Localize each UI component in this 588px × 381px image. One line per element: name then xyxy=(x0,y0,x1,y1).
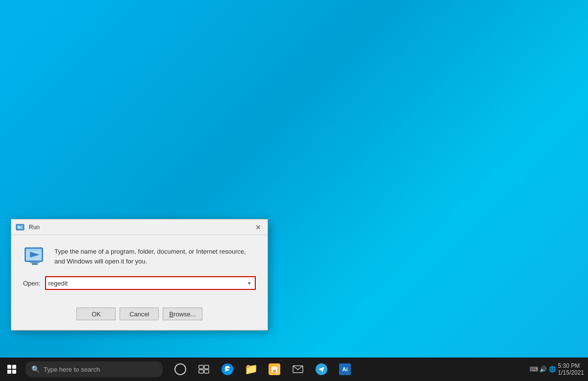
run-title-text: Run xyxy=(29,224,249,231)
svg-rect-10 xyxy=(204,365,209,369)
taskbar-icons: 📁 xyxy=(169,357,357,381)
svg-rect-5 xyxy=(26,249,42,251)
task-view-icon xyxy=(198,365,209,374)
start-button[interactable] xyxy=(0,357,24,381)
close-button[interactable]: ✕ xyxy=(253,222,264,233)
search-icon: 🔍 xyxy=(31,365,40,373)
tray-icons: ⌨ 🔊 🌐 xyxy=(530,366,556,373)
mail-button[interactable] xyxy=(286,357,310,381)
run-icon xyxy=(23,245,47,268)
system-tray: ⌨ 🔊 🌐 5:30 PM1/15/2021 xyxy=(530,362,588,376)
ease-button[interactable]: Ai xyxy=(333,357,357,381)
edge-icon xyxy=(221,363,233,375)
folder-icon: 📁 xyxy=(245,363,258,376)
telegram-icon xyxy=(316,363,327,375)
run-titlebar: Run ✕ xyxy=(11,219,268,235)
file-explorer-button[interactable]: 📁 xyxy=(239,357,263,381)
tray-time: 5:30 PM1/15/2021 xyxy=(558,362,584,376)
run-dialog: Run ✕ Type the name of a program, folder… xyxy=(11,219,268,331)
cortana-button[interactable] xyxy=(169,357,192,381)
taskbar-search[interactable]: 🔍 Type here to search xyxy=(25,361,163,377)
search-placeholder: Type here to search xyxy=(44,366,100,373)
svg-rect-7 xyxy=(30,262,40,263)
browse-b: B xyxy=(169,310,173,318)
run-description: Type the name of a program, folder, docu… xyxy=(54,245,256,266)
edge-button[interactable] xyxy=(216,357,239,381)
task-view-button[interactable] xyxy=(192,357,216,381)
svg-rect-8 xyxy=(32,263,38,265)
run-body: Type the name of a program, folder, docu… xyxy=(11,235,268,300)
run-info-row: Type the name of a program, folder, docu… xyxy=(23,245,256,268)
open-label: Open: xyxy=(23,280,40,287)
store-button[interactable] xyxy=(263,357,286,381)
run-input-wrapper[interactable]: ▾ xyxy=(45,276,256,290)
windows-logo-icon xyxy=(7,365,16,374)
dropdown-arrow-icon[interactable]: ▾ xyxy=(246,280,253,286)
svg-rect-14 xyxy=(273,370,276,373)
mail-icon xyxy=(293,365,303,373)
desktop: Run ✕ Type the name of a program, folder… xyxy=(0,0,588,381)
ease-label: Ai xyxy=(343,366,348,372)
svg-rect-9 xyxy=(199,365,203,369)
run-buttons: OK Cancel Browse... xyxy=(11,300,268,330)
run-open-row: Open: ▾ xyxy=(23,276,256,290)
store-icon xyxy=(269,363,280,375)
svg-rect-12 xyxy=(204,370,209,373)
cortana-circle-icon xyxy=(174,363,186,375)
run-title-icon xyxy=(15,223,25,231)
run-input[interactable] xyxy=(48,280,246,287)
svg-rect-11 xyxy=(199,370,203,373)
ok-button[interactable]: OK xyxy=(76,308,116,320)
cancel-button[interactable]: Cancel xyxy=(120,308,159,320)
ease-icon: Ai xyxy=(339,363,351,375)
telegram-button[interactable] xyxy=(310,357,333,381)
browse-button[interactable]: Browse... xyxy=(163,308,202,320)
taskbar: 🔍 Type here to search xyxy=(0,357,588,381)
